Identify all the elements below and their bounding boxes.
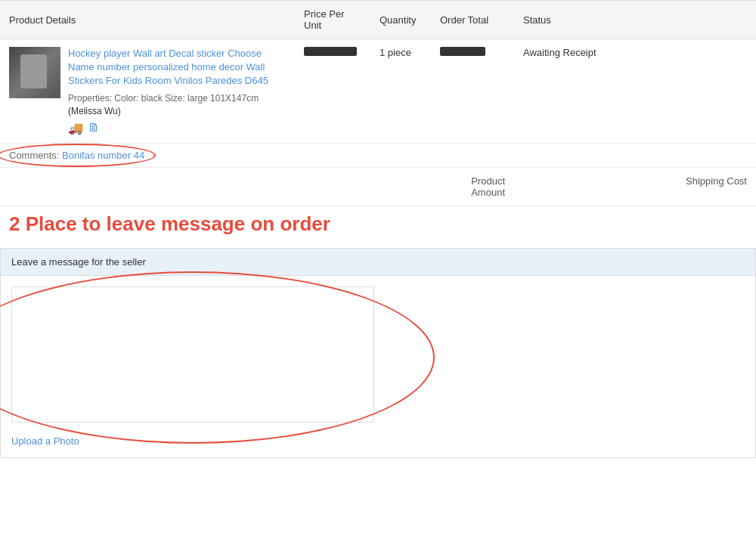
message-textarea[interactable]	[11, 286, 374, 423]
comments-label: Comments:	[9, 150, 59, 161]
comments-value: Bonifas number 44	[62, 150, 144, 161]
price-redacted	[304, 47, 357, 56]
order-table: Product Details Price Per Unit Quantity …	[0, 0, 756, 249]
message-section: Leave a message for the seller Upload a …	[0, 249, 756, 458]
quantity-cell: 1 piece	[370, 39, 431, 144]
annotation-cell: 2 Place to leave message on order	[0, 206, 756, 248]
price-cell	[295, 39, 370, 144]
message-section-header: Leave a message for the seller	[1, 249, 755, 276]
product-info: Hockey player Wall art Decal sticker Cho…	[68, 47, 286, 135]
amounts-empty	[0, 167, 431, 206]
status-cell: Awaiting Receipt	[514, 39, 756, 144]
shipping-cost-label-cell: Shipping Cost	[514, 167, 756, 206]
quantity-value: 1 piece	[380, 47, 411, 58]
status-badge: Awaiting Receipt	[523, 47, 596, 58]
header-quantity: Quantity	[370, 1, 431, 39]
upload-photo-link[interactable]: Upload a Photo	[11, 435, 745, 447]
annotation-text: 2 Place to leave message on order	[9, 212, 330, 235]
comments-oval-wrapper: Comments: Bonifas number 44	[9, 150, 144, 161]
product-action-icons: 🚚 🗎	[68, 121, 286, 135]
message-header-label: Leave a message for the seller	[11, 256, 146, 268]
truck-icon[interactable]: 🚚	[68, 121, 83, 135]
document-icon[interactable]: 🗎	[88, 121, 100, 135]
header-status: Status	[514, 1, 756, 39]
product-amount-label-cell: Product Amount	[431, 167, 514, 206]
total-cell	[431, 39, 514, 144]
annotation-row: 2 Place to leave message on order	[0, 206, 756, 248]
header-total: Order Total	[431, 1, 514, 39]
total-redacted	[440, 47, 485, 56]
product-row: Hockey player Wall art Decal sticker Cho…	[0, 39, 756, 144]
product-image	[9, 47, 60, 98]
message-textarea-wrapper	[11, 286, 374, 425]
comments-row: Comments: Bonifas number 44	[0, 143, 756, 167]
product-properties: Properties: Color: black Size: large 101…	[68, 93, 286, 104]
header-product: Product Details	[0, 1, 295, 39]
product-buyer: (Melissa Wu)	[68, 106, 286, 116]
header-price: Price Per Unit	[295, 1, 370, 39]
message-section-body: Upload a Photo	[1, 276, 755, 457]
amounts-row: Product Amount Shipping Cost	[0, 167, 756, 206]
product-title-link[interactable]: Hockey player Wall art Decal sticker Cho…	[68, 47, 286, 88]
product-details-cell: Hockey player Wall art Decal sticker Cho…	[0, 39, 295, 144]
comments-cell: Comments: Bonifas number 44	[0, 143, 756, 167]
